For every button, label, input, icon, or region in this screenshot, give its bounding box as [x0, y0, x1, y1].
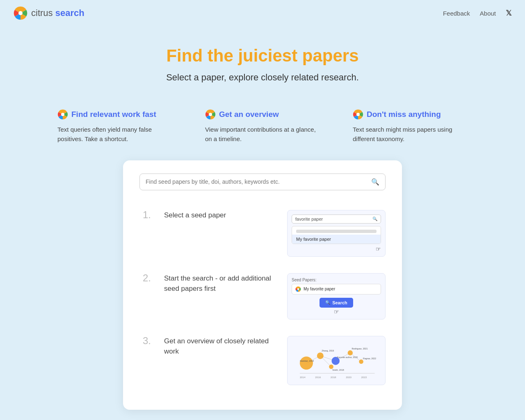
step-3-number: 3.	[139, 336, 154, 346]
svg-point-7	[356, 113, 360, 116]
logo-search-text: search	[55, 8, 84, 18]
step-2-search-button[interactable]: 🔍 Search	[320, 298, 353, 308]
illus-1-placeholder-bar	[296, 230, 377, 233]
timeline-chart: 2014 2016 2018 2020 2022	[292, 340, 381, 381]
main-search-icon: 🔍	[371, 178, 379, 186]
step-2-search-btn-icon: 🔍	[325, 300, 330, 305]
svg-point-5	[209, 113, 212, 116]
step-1: 1. Select a seed paper favorite paper 🔍 …	[139, 202, 386, 265]
svg-point-1	[18, 11, 23, 15]
step-2-cursor: ☞	[292, 308, 381, 315]
hero-subtitle: Select a paper, explore closely related …	[0, 72, 525, 83]
feature-overview-desc: View important contributions at a glance…	[205, 125, 320, 144]
feature-fast-heading: Find relevant work fast	[71, 110, 156, 119]
svg-text:2020: 2020	[346, 375, 352, 378]
svg-text:2018: 2018	[331, 375, 336, 378]
hero-section: Find the juiciest papers Select a paper,…	[0, 26, 525, 96]
illus-1-query: favorite paper	[295, 217, 370, 221]
step-2-label: Start the search - or add additional see…	[164, 273, 277, 294]
illus-1-dropdown-item: My favorite paper	[292, 235, 381, 244]
svg-point-3	[61, 113, 64, 116]
step-2-number: 2.	[139, 273, 154, 283]
svg-text:Steinber, 2018: Steinber, 2018	[300, 359, 314, 362]
citrus-icon-miss	[353, 109, 363, 120]
step-2-illustration: Seed Papers: My favorite paper	[287, 273, 386, 320]
illus-1-search-icon: 🔍	[372, 217, 377, 221]
svg-text:Smith, 2018: Smith, 2018	[332, 368, 344, 371]
step-3-illustration: 2014 2016 2018 2020 2022	[287, 336, 386, 385]
step-3-content: Get an overview of closely related work	[164, 336, 277, 357]
step-2: 2. Start the search - or add additional …	[139, 265, 386, 328]
feature-overview-heading: Get an overview	[219, 110, 279, 119]
logo[interactable]: citrus search	[13, 6, 84, 21]
steps-container: 1. Select a seed paper favorite paper 🔍 …	[139, 202, 386, 393]
citrus-icon-overview	[205, 109, 216, 120]
svg-point-25	[359, 359, 363, 364]
nav: Feedback About 𝕏	[443, 9, 512, 18]
svg-point-9	[297, 288, 299, 290]
step-3-label: Get an overview of closely related work	[164, 336, 277, 357]
about-link[interactable]: About	[480, 10, 496, 17]
main-search-bar[interactable]: 🔍	[139, 173, 386, 190]
feature-miss: Don't miss anything Text search might mi…	[353, 109, 468, 144]
step-1-illustration: favorite paper 🔍 My favorite paper ☞	[287, 210, 386, 257]
feedback-link[interactable]: Feedback	[443, 10, 470, 17]
step-2-search-btn-label: Search	[332, 300, 347, 305]
svg-text:2022: 2022	[361, 375, 367, 378]
twitter-x-icon[interactable]: 𝕏	[506, 9, 512, 18]
citrus-logo-icon	[13, 6, 28, 21]
features-section: Find relevant work fast Text queries oft…	[0, 96, 525, 160]
feature-fast-desc: Text queries often yield many false posi…	[57, 125, 172, 144]
step-2-seed-paper-text: My favorite paper	[304, 287, 335, 291]
step-2-seed-label: Seed Papers:	[292, 278, 381, 282]
svg-point-24	[348, 350, 353, 355]
main-search-input[interactable]	[146, 178, 371, 185]
svg-text:2014: 2014	[300, 375, 306, 378]
svg-text:Favorite author, 2020: Favorite author, 2020	[337, 356, 358, 358]
svg-point-21	[300, 356, 313, 370]
svg-text:Ragnar, 2022: Ragnar, 2022	[363, 357, 376, 360]
svg-text:Zhang, 2019: Zhang, 2019	[322, 349, 334, 352]
step-1-content: Select a seed paper	[164, 210, 277, 221]
feature-miss-desc: Text search might miss papers using diff…	[353, 125, 468, 144]
demo-card: 🔍 1. Select a seed paper favorite paper …	[123, 160, 402, 410]
step-2-content: Start the search - or add additional see…	[164, 273, 277, 294]
step-1-number: 1.	[139, 210, 154, 220]
step-1-label: Select a seed paper	[164, 210, 277, 221]
feature-overview: Get an overview View important contribut…	[205, 109, 320, 144]
hero-title: Find the juiciest papers	[0, 46, 525, 66]
step-2-seed-citrus-icon	[295, 286, 301, 292]
feature-miss-heading: Don't miss anything	[367, 110, 441, 119]
logo-citrus-text: citrus	[31, 8, 53, 18]
citrus-icon-fast	[57, 109, 68, 120]
illus-1-cursor: ☞	[292, 246, 381, 252]
svg-text:2016: 2016	[315, 375, 321, 378]
svg-text:Rodriguez, 2021: Rodriguez, 2021	[352, 347, 368, 350]
step-3: 3. Get an overview of closely related wo…	[139, 328, 386, 393]
svg-point-22	[317, 352, 324, 359]
svg-point-26	[329, 364, 333, 369]
feature-fast: Find relevant work fast Text queries oft…	[57, 109, 172, 144]
